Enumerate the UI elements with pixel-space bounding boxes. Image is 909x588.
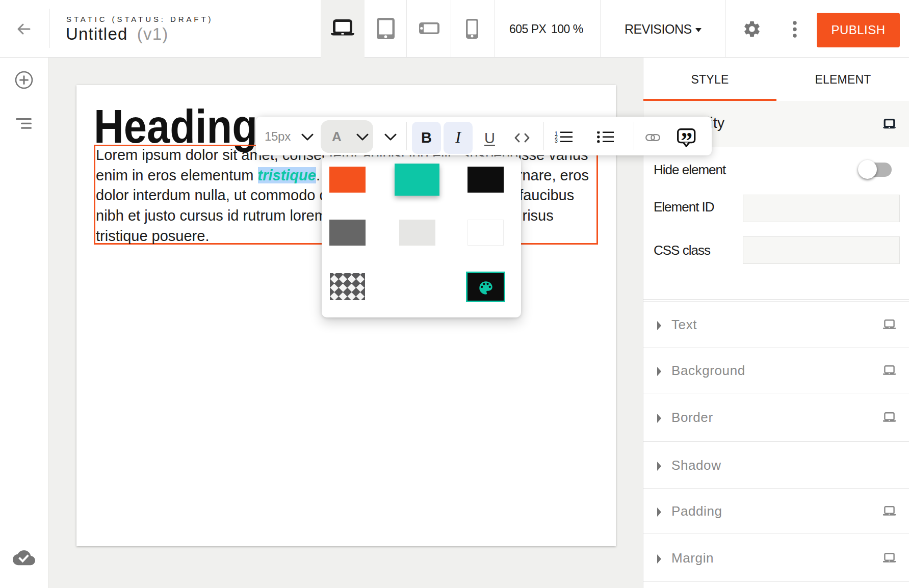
svg-text:”: ” [681, 128, 692, 149]
svg-text:3: 3 [555, 138, 558, 143]
